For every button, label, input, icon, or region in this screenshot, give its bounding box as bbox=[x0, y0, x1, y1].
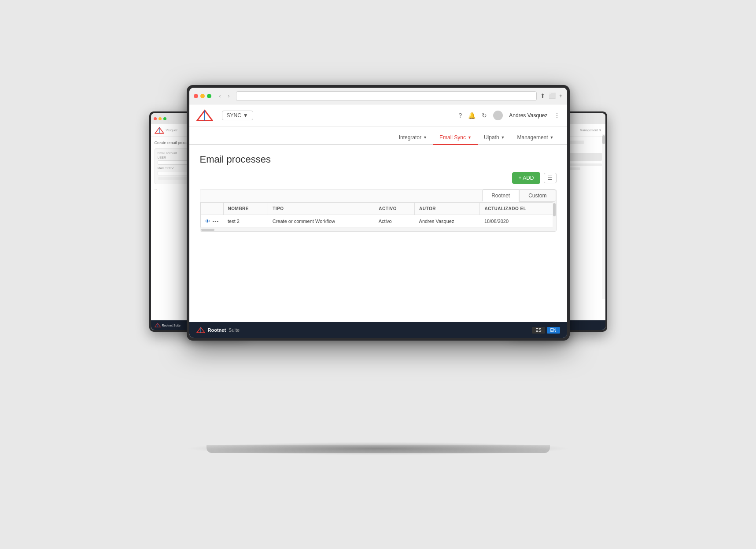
footer-suite-text: Suite bbox=[229, 327, 240, 333]
address-bar[interactable] bbox=[236, 91, 537, 101]
bg-left-footer: Rootnet Suite bbox=[162, 324, 181, 327]
tab-email-sync[interactable]: Email Sync ▼ bbox=[433, 131, 478, 145]
main-content: Email processes + ADD ☰ Rootnet Custom bbox=[189, 145, 567, 322]
more-actions-icon[interactable]: ••• bbox=[213, 219, 219, 224]
sync-label: SYNC bbox=[227, 112, 241, 119]
page-title: Email processes bbox=[200, 154, 557, 165]
language-switcher: ES EN bbox=[532, 327, 560, 334]
footer-bar: Rootnet Suite ES EN bbox=[189, 322, 567, 338]
cell-activo: Activo bbox=[374, 215, 415, 228]
table-scroll-area: NOMBRE TIPO ACTIVO AUTOR ACTUALIZADO EL bbox=[200, 202, 556, 231]
user-avatar bbox=[493, 111, 503, 120]
table-container: Rootnet Custom NOMBRE TIPO ACTIVO bbox=[200, 189, 557, 232]
col-nombre: NOMBRE bbox=[223, 203, 268, 215]
app-navbar: SYNC ▼ ? 🔔 ↻ Andres Vasquez ⋮ bbox=[189, 104, 567, 126]
col-activo: ACTIVO bbox=[374, 203, 415, 215]
close-window-button[interactable] bbox=[194, 94, 198, 98]
tab-integrator[interactable]: Integrator ▼ bbox=[393, 131, 433, 145]
col-actualizado: ACTUALIZADO EL bbox=[480, 203, 556, 215]
table-row: 👁 ••• test 2 Create or comment Workflow … bbox=[200, 215, 556, 228]
minimize-window-button[interactable] bbox=[200, 94, 205, 98]
tab-uipath[interactable]: Uipath ▼ bbox=[478, 131, 511, 145]
sync-arrow: ▼ bbox=[243, 112, 248, 119]
refresh-icon[interactable]: ↻ bbox=[482, 112, 487, 119]
lang-en-button[interactable]: EN bbox=[547, 327, 560, 334]
traffic-lights bbox=[194, 94, 211, 98]
filter-tab-rootnet[interactable]: Rootnet bbox=[482, 189, 519, 202]
main-laptop-screen: ‹ › ⬆ ⬜ + SYNC bbox=[187, 85, 570, 341]
share-icon[interactable]: ⬆ bbox=[540, 93, 545, 99]
filter-tabs-row: Rootnet Custom bbox=[200, 189, 556, 202]
col-autor: AUTOR bbox=[415, 203, 480, 215]
forward-button[interactable]: › bbox=[225, 93, 232, 100]
email-processes-table: NOMBRE TIPO ACTIVO AUTOR ACTUALIZADO EL bbox=[200, 202, 556, 228]
help-icon[interactable]: ? bbox=[459, 112, 462, 119]
h-scroll-thumb[interactable] bbox=[201, 229, 214, 231]
filter-tab-custom[interactable]: Custom bbox=[519, 189, 556, 202]
view-icon[interactable]: 👁 bbox=[205, 219, 210, 224]
lang-es-button[interactable]: ES bbox=[532, 327, 545, 334]
content-toolbar: + ADD ☰ bbox=[200, 172, 557, 184]
scroll-thumb[interactable] bbox=[553, 203, 556, 216]
horizontal-scrollbar bbox=[200, 228, 556, 231]
cell-actualizado: 18/08/2020 bbox=[480, 215, 556, 228]
sync-button[interactable]: SYNC ▼ bbox=[222, 111, 253, 120]
table-header-row: NOMBRE TIPO ACTIVO AUTOR ACTUALIZADO EL bbox=[200, 203, 556, 215]
maximize-window-button[interactable] bbox=[207, 94, 211, 98]
footer-logo-text: Rootnet bbox=[208, 327, 226, 333]
browser-chrome: ‹ › ⬆ ⬜ + bbox=[189, 88, 567, 104]
navigation-tabs: Integrator ▼ Email Sync ▼ Uipath ▼ Manag… bbox=[189, 126, 567, 145]
row-actions-cell: 👁 ••• bbox=[200, 215, 223, 228]
cell-tipo: Create or comment Workflow bbox=[268, 215, 374, 228]
cell-nombre: test 2 bbox=[223, 215, 268, 228]
laptop-shadow bbox=[184, 442, 572, 455]
scroll-indicator bbox=[553, 202, 556, 231]
view-toggle-button[interactable]: ☰ bbox=[544, 173, 557, 183]
user-name-label: Andres Vasquez bbox=[509, 112, 547, 119]
footer-logo: Rootnet Suite bbox=[196, 327, 240, 333]
add-button[interactable]: + ADD bbox=[512, 172, 540, 184]
back-button[interactable]: ‹ bbox=[217, 93, 224, 100]
col-tipo: TIPO bbox=[268, 203, 374, 215]
duplicate-tab-icon[interactable]: ⬜ bbox=[549, 93, 556, 99]
more-options-icon[interactable]: ⋮ bbox=[554, 112, 560, 119]
new-tab-button[interactable]: + bbox=[559, 93, 563, 99]
notification-icon[interactable]: 🔔 bbox=[468, 112, 476, 119]
app-logo bbox=[196, 109, 213, 122]
cell-autor: Andres Vasquez bbox=[415, 215, 480, 228]
tab-management[interactable]: Management ▼ bbox=[511, 131, 560, 145]
col-actions bbox=[200, 203, 223, 215]
